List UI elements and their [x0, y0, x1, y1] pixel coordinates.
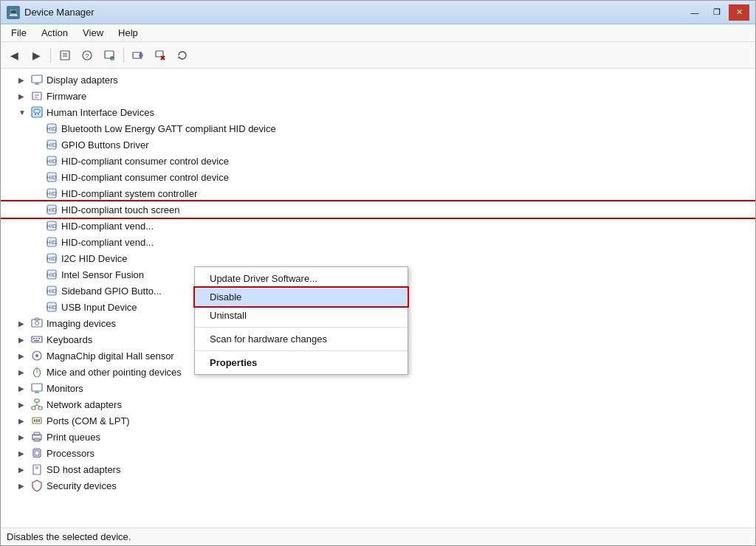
usb-input-icon: HID [45, 300, 58, 314]
tree-label-keyboards: Keyboards [47, 334, 92, 345]
monitors-icon [30, 381, 44, 395]
svg-rect-72 [36, 419, 38, 422]
window-title: Device Manager [24, 7, 94, 18]
svg-rect-78 [35, 451, 39, 455]
svg-text:HID: HID [47, 207, 57, 213]
ctx-separator [195, 327, 408, 328]
tree-item-security[interactable]: ▶ Security devices [1, 477, 755, 494]
menu-help[interactable]: Help [111, 26, 145, 40]
tree-item-gpio[interactable]: ▶ HID GPIO Buttons Driver [1, 136, 755, 153]
tree-label-intel-sensor: Intel Sensor Fusion [61, 269, 144, 280]
close-button[interactable]: ✕ [729, 4, 749, 21]
tree-item-processors[interactable]: ▶ Processors [1, 445, 755, 461]
svg-text:HID: HID [47, 272, 57, 278]
tree-item-hid-system[interactable]: ▶ HID HID-compliant system controller [1, 185, 755, 201]
hid-vendor2-icon: HID [45, 235, 58, 249]
tree-item-hid[interactable]: ▼ Human Interface Devices [1, 104, 755, 120]
refresh-button[interactable] [172, 46, 193, 65]
menu-bar: File Action View Help [1, 24, 755, 42]
expand-arrow-sd: ▶ [18, 466, 30, 474]
expand-arrow-firmware: ▶ [18, 92, 30, 100]
svg-rect-51 [32, 336, 42, 342]
tree-item-hid-vendor1[interactable]: ▶ HID HID-compliant vend... [1, 218, 755, 234]
intel-sensor-icon: HID [45, 268, 58, 281]
tree-label-security: Security devices [47, 480, 117, 491]
tree-item-display[interactable]: ▶ Display adapters [1, 72, 755, 88]
tree-item-monitors[interactable]: ▶ Monitors [1, 380, 755, 396]
tree-item-i2c[interactable]: ▶ HID I2C HID Device [1, 250, 755, 266]
tree-label-monitors: Monitors [47, 383, 83, 394]
sideband-icon: HID [45, 284, 58, 297]
tree-item-hid-consumer2[interactable]: ▶ HID HID-compliant consumer control dev… [1, 169, 755, 185]
restore-button[interactable]: ❐ [707, 4, 727, 21]
keyboards-icon [30, 333, 44, 346]
uninstall-button[interactable] [150, 46, 171, 65]
tree-label-magnachip: MagnaChip digital Hall sensor [47, 350, 174, 362]
expand-arrow-network: ▶ [18, 401, 30, 409]
tree-label-imaging: Imaging devices [47, 318, 116, 329]
svg-rect-55 [34, 340, 39, 342]
tree-label-ports: Ports (COM & LPT) [47, 415, 130, 426]
expand-arrow-imaging: ▶ [18, 319, 30, 328]
back-button[interactable]: ◀ [4, 46, 24, 65]
tree-label-i2c: I2C HID Device [61, 253, 128, 264]
tree-item-hid-vendor2[interactable]: ▶ HID HID-compliant vend... [1, 234, 755, 250]
svg-text:?: ? [85, 52, 89, 60]
tree-item-sd[interactable]: ▶ SD host adapters [1, 461, 755, 477]
scan-button[interactable]: + [99, 46, 120, 65]
svg-rect-52 [33, 338, 35, 339]
ctx-scan[interactable]: Scan for hardware changes [195, 330, 408, 348]
sd-icon [30, 463, 44, 476]
ctx-update-driver[interactable]: Update Driver Software... [195, 269, 408, 288]
minimize-button[interactable]: — [684, 4, 705, 21]
ctx-disable[interactable]: Disable [195, 288, 408, 306]
bt-hid-icon: HID [45, 122, 58, 135]
magnachip-icon [30, 349, 44, 362]
help-button[interactable]: ? [77, 46, 97, 65]
svg-rect-14 [32, 75, 42, 83]
tree-item-hid-consumer1[interactable]: ▶ HID HID-compliant consumer control dev… [1, 153, 755, 169]
content-area: ▶ Display adapters ▶ Firmware ▼ [1, 69, 755, 528]
menu-action[interactable]: Action [34, 26, 75, 40]
update-driver-button[interactable] [128, 46, 148, 65]
menu-file[interactable]: File [4, 26, 34, 40]
print-icon [30, 430, 44, 443]
forward-button[interactable]: ▶ [26, 46, 47, 65]
hid-touch-icon: HID [45, 203, 58, 216]
hid-icon [30, 106, 44, 119]
firmware-icon [30, 89, 44, 103]
tree-item-bt-hid[interactable]: ▶ HID Bluetooth Low Energy GATT complian… [1, 120, 755, 136]
ctx-properties[interactable]: Properties [195, 353, 408, 372]
tree-item-network[interactable]: ▶ Network adapters [1, 396, 755, 412]
svg-rect-71 [34, 419, 35, 422]
tree-label-gpio: GPIO Buttons Driver [61, 139, 148, 151]
tree-item-ports[interactable]: ▶ Ports (COM & LPT) [1, 412, 755, 429]
expand-arrow-security: ▶ [18, 482, 30, 490]
tree-label-sideband: Sideband GPIO Butto... [61, 286, 162, 297]
expand-arrow-keyboards: ▶ [18, 336, 30, 344]
toolbar-separator-1 [50, 48, 51, 63]
svg-rect-73 [38, 419, 40, 422]
svg-rect-85 [33, 465, 41, 474]
svg-text:HID: HID [47, 223, 57, 229]
svg-rect-54 [38, 338, 40, 339]
expand-arrow-monitors: ▶ [18, 384, 30, 393]
tree-label-sd: SD host adapters [47, 464, 120, 475]
tree-label-mice: Mice and other pointing devices [47, 367, 182, 378]
tree-label-hid-vendor1: HID-compliant vend... [61, 221, 154, 232]
menu-view[interactable]: View [75, 26, 111, 40]
ctx-uninstall[interactable]: Uninstall [195, 306, 408, 325]
tree-item-print[interactable]: ▶ Print queues [1, 429, 755, 445]
expand-arrow-display: ▶ [18, 76, 30, 84]
imaging-icon [30, 317, 44, 330]
hid-vendor1-icon: HID [45, 219, 58, 232]
security-icon [30, 479, 44, 492]
ports-icon [30, 414, 44, 427]
svg-point-23 [38, 114, 39, 115]
tree-label-hid-touch: HID-compliant touch screen [61, 204, 179, 215]
i2c-icon: HID [45, 252, 58, 265]
tree-item-firmware[interactable]: ▶ Firmware [1, 88, 755, 104]
device-tree[interactable]: ▶ Display adapters ▶ Firmware ▼ [1, 69, 755, 528]
properties-button[interactable] [55, 46, 75, 65]
tree-item-hid-touch[interactable]: ▶ HID HID-compliant touch screen [1, 201, 755, 218]
